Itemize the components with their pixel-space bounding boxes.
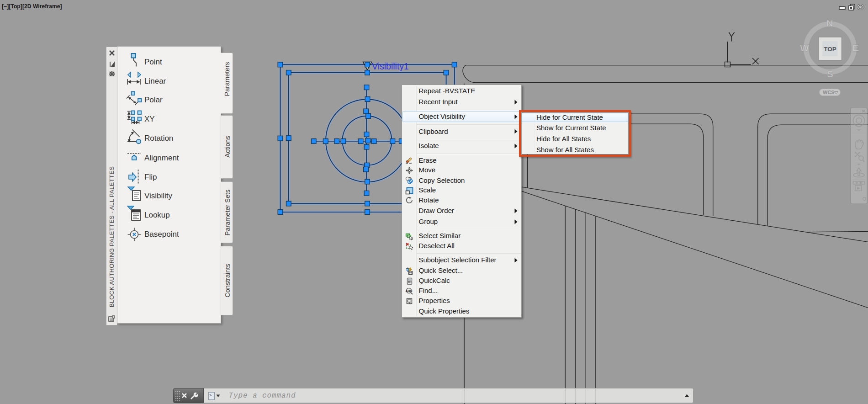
svg-text:ABC: ABC	[405, 289, 412, 292]
svg-text:E: E	[852, 43, 859, 53]
svg-text:TOP: TOP	[824, 46, 836, 53]
svg-text:N: N	[826, 18, 833, 28]
svg-text:S: S	[827, 69, 833, 79]
svg-text:Visibility1: Visibility1	[372, 61, 409, 71]
svg-text:W: W	[800, 43, 809, 53]
